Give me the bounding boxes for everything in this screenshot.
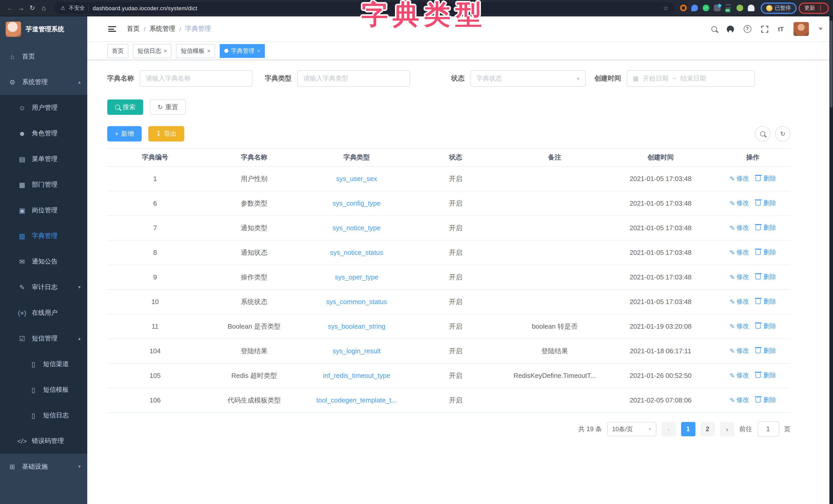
help-icon[interactable]: ? <box>743 25 751 33</box>
sidebar-menu-item[interactable]: ▣ 岗位管理 <box>0 197 87 223</box>
delete-button[interactable]: 删除 <box>756 273 776 281</box>
breadcrumb-system[interactable]: 系统管理 <box>150 25 175 33</box>
delete-button[interactable]: 删除 <box>756 371 776 380</box>
extension-icon-3[interactable]: ✓ <box>703 5 709 11</box>
app-logo[interactable]: 芋道管理系统 <box>0 17 87 42</box>
sidebar-menu-item[interactable]: ⊞ 基础设施 ▾ <box>0 454 87 479</box>
cell-dict-type-link[interactable]: tool_codegen_template_t... <box>305 396 408 404</box>
page-number-button[interactable]: 2 <box>700 422 715 436</box>
sidebar-menu-item[interactable]: ☑ 短信管理 ▴ <box>0 326 87 351</box>
cell-dict-type-link[interactable]: sys_config_type <box>305 199 408 207</box>
browser-menu-icon[interactable]: ⋮ <box>817 5 823 11</box>
cell-dict-type-link[interactable]: sys_oper_type <box>305 273 408 281</box>
edit-button[interactable]: ✎ 修改 <box>730 248 749 257</box>
delete-button[interactable]: 删除 <box>756 322 776 331</box>
extension-icon-6[interactable] <box>736 5 743 11</box>
extension-icon-4[interactable] <box>714 5 720 11</box>
search-button[interactable]: 搜索 <box>107 99 143 115</box>
edit-button[interactable]: ✎ 修改 <box>730 396 749 405</box>
security-label[interactable]: 不安全 <box>69 4 85 11</box>
extension-icon-1[interactable] <box>680 5 687 11</box>
sidebar-menu-item[interactable]: ▯ 短信渠道 <box>0 351 87 377</box>
user-avatar[interactable] <box>793 22 809 36</box>
page-number-button[interactable]: 1 <box>681 422 695 436</box>
refresh-table-button[interactable]: ↻ <box>775 126 790 142</box>
window-scrollbar[interactable] <box>829 17 833 504</box>
dict-type-input[interactable]: 请输入字典类型 <box>297 70 410 87</box>
delete-button[interactable]: 删除 <box>756 347 776 355</box>
edit-button[interactable]: ✎ 修改 <box>730 224 749 232</box>
edit-button[interactable]: ✎ 修改 <box>730 199 749 208</box>
status-select[interactable]: 字典状态 ▾ <box>470 70 586 87</box>
github-icon[interactable] <box>727 25 734 32</box>
sidebar-menu-item[interactable]: ⚙ 系统管理 ▴ <box>0 69 87 95</box>
delete-button[interactable]: 删除 <box>756 199 776 208</box>
reset-button[interactable]: ↻ 重置 <box>150 99 186 115</box>
fullscreen-icon[interactable] <box>761 25 768 32</box>
sidebar-fold-icon[interactable] <box>107 24 117 34</box>
delete-button[interactable]: 删除 <box>756 224 776 232</box>
edit-button[interactable]: ✎ 修改 <box>730 174 749 183</box>
browser-update-button[interactable]: 更新 ⋮ <box>799 2 829 14</box>
forward-icon[interactable]: → <box>16 4 27 12</box>
extension-icon-5[interactable]: on <box>725 5 732 11</box>
cell-dict-type-link[interactable]: inf_redis_timeout_type <box>305 372 408 379</box>
delete-button[interactable]: 删除 <box>756 396 776 405</box>
search-icon[interactable] <box>711 26 717 32</box>
breadcrumb-home[interactable]: 首页 <box>127 25 140 33</box>
url-text[interactable]: dashboard.yudao.iocoder.cn/system/dict <box>93 5 197 11</box>
delete-button[interactable]: 删除 <box>756 174 776 183</box>
export-button[interactable]: ↧ 导出 <box>148 126 184 142</box>
edit-button[interactable]: ✎ 修改 <box>730 297 749 306</box>
cell-dict-type-link[interactable]: sys_notice_type <box>305 224 408 232</box>
sidebar-menu-item[interactable]: ✎ 审计日志 ▾ <box>0 274 87 300</box>
sidebar-menu-item[interactable]: ☺ 用户管理 <box>0 95 87 121</box>
edit-button[interactable]: ✎ 修改 <box>730 322 749 331</box>
scrollbar-thumb[interactable] <box>830 21 832 108</box>
paused-extension-button[interactable]: 已暂停 <box>760 2 796 14</box>
address-bar[interactable]: ⚠ 不安全 dashboard.yudao.iocoder.cn/system/… <box>54 2 675 14</box>
date-range-picker[interactable]: ▦ 开始日期 ~ 结束日期 <box>627 70 755 87</box>
sidebar-menu-item[interactable]: ▥ 字典管理 <box>0 223 87 249</box>
add-button[interactable]: + 新增 <box>107 126 142 142</box>
tag-item[interactable]: 短信日志 × <box>133 44 172 58</box>
sidebar-menu-item[interactable]: ✉ 通知公告 <box>0 249 87 274</box>
reload-icon[interactable]: ↻ <box>27 4 38 12</box>
sidebar-menu-item[interactable]: ▤ 菜单管理 <box>0 146 87 172</box>
back-icon[interactable]: ← <box>4 4 16 12</box>
extension-icon-2[interactable] <box>691 5 698 11</box>
user-menu-caret-icon[interactable] <box>818 28 823 30</box>
page-size-select[interactable]: 10条/页 ▾ <box>607 422 656 436</box>
sidebar-menu-item[interactable]: (×) 在线用户 <box>0 300 87 326</box>
next-page-button[interactable]: › <box>720 422 734 436</box>
tag-item[interactable]: 字典管理 × <box>220 44 265 58</box>
edit-button[interactable]: ✎ 修改 <box>730 273 749 281</box>
edit-button[interactable]: ✎ 修改 <box>730 347 749 355</box>
tag-item[interactable]: 短信模板 × <box>176 44 215 58</box>
tag-item[interactable]: 首页 × <box>107 44 128 58</box>
cell-dict-type-link[interactable]: sys_notice_status <box>305 249 408 256</box>
tag-close-icon[interactable]: × <box>257 48 260 54</box>
edit-button[interactable]: ✎ 修改 <box>730 371 749 380</box>
font-size-icon[interactable]: tT <box>778 25 784 32</box>
sidebar-menu-item[interactable]: ▯ 短信日志 <box>0 402 87 428</box>
extension-icon-7[interactable] <box>747 5 754 11</box>
sidebar-menu-item[interactable]: ⌂ 首页 <box>0 44 87 69</box>
cell-dict-type-link[interactable]: sys_login_result <box>305 347 408 355</box>
cell-dict-type-link[interactable]: sys_common_status <box>305 298 408 306</box>
delete-button[interactable]: 删除 <box>756 297 776 306</box>
cell-dict-type-link[interactable]: sys_user_sex <box>305 175 408 182</box>
home-icon[interactable]: ⌂ <box>38 4 49 12</box>
dict-name-input[interactable]: 请输入字典名称 <box>140 70 253 87</box>
tag-close-icon[interactable]: × <box>207 48 210 54</box>
tag-close-icon[interactable]: × <box>164 48 167 54</box>
prev-page-button[interactable]: ‹ <box>661 422 676 436</box>
jump-page-input[interactable]: 1 <box>757 422 779 437</box>
sidebar-menu-item[interactable]: ▦ 部门管理 <box>0 172 87 197</box>
cell-dict-type-link[interactable]: sys_boolean_string <box>305 323 408 330</box>
show-search-toggle-button[interactable] <box>755 126 770 142</box>
sidebar-menu-item[interactable]: ☻ 角色管理 <box>0 121 87 146</box>
sidebar-menu-item[interactable]: </> 错误码管理 <box>0 428 87 454</box>
sidebar-menu-item[interactable]: ▯ 短信模板 <box>0 377 87 402</box>
delete-button[interactable]: 删除 <box>756 248 776 257</box>
